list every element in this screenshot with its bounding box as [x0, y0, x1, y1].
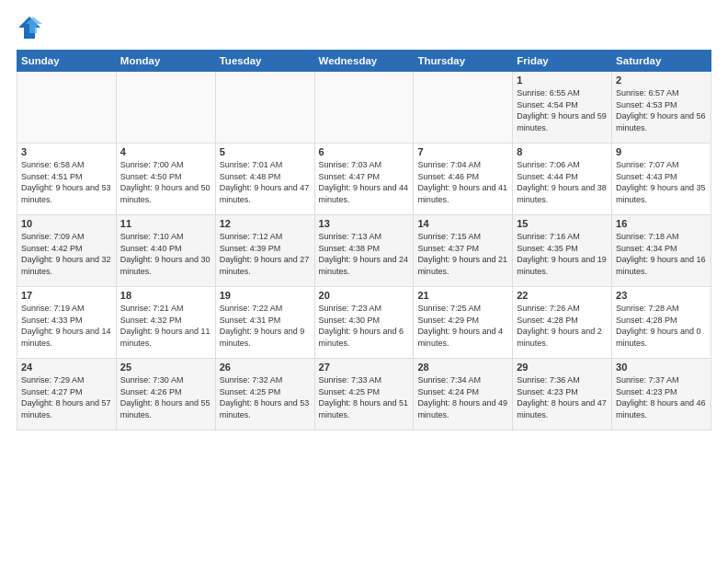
- day-info: Sunrise: 7:06 AMSunset: 4:44 PMDaylight:…: [517, 159, 608, 205]
- calendar-header-thursday: Thursday: [414, 51, 513, 72]
- calendar-header-tuesday: Tuesday: [215, 51, 314, 72]
- day-number: 13: [319, 218, 410, 229]
- day-number: 16: [616, 218, 707, 229]
- day-info: Sunrise: 6:58 AMSunset: 4:51 PMDaylight:…: [21, 159, 112, 205]
- day-info: Sunrise: 7:22 AMSunset: 4:31 PMDaylight:…: [220, 303, 311, 349]
- day-number: 19: [220, 290, 311, 301]
- day-info: Sunrise: 7:13 AMSunset: 4:38 PMDaylight:…: [319, 231, 410, 277]
- calendar-day-10: 10Sunrise: 7:09 AMSunset: 4:42 PMDayligh…: [17, 215, 117, 287]
- day-number: 10: [21, 218, 112, 229]
- day-number: 21: [417, 290, 508, 301]
- day-info: Sunrise: 7:37 AMSunset: 4:23 PMDaylight:…: [616, 374, 707, 420]
- calendar-empty: [314, 72, 414, 144]
- calendar-day-9: 9Sunrise: 7:07 AMSunset: 4:43 PMDaylight…: [612, 144, 711, 215]
- calendar-day-16: 16Sunrise: 7:18 AMSunset: 4:34 PMDayligh…: [612, 215, 711, 287]
- calendar-day-19: 19Sunrise: 7:22 AMSunset: 4:31 PMDayligh…: [215, 287, 314, 359]
- day-info: Sunrise: 7:15 AMSunset: 4:37 PMDaylight:…: [417, 231, 508, 277]
- calendar-week-row: 24Sunrise: 7:29 AMSunset: 4:27 PMDayligh…: [17, 359, 711, 431]
- calendar-header-monday: Monday: [116, 51, 215, 72]
- calendar-empty: [17, 72, 117, 144]
- calendar-day-20: 20Sunrise: 7:23 AMSunset: 4:30 PMDayligh…: [314, 287, 414, 359]
- day-info: Sunrise: 7:25 AMSunset: 4:29 PMDaylight:…: [417, 303, 508, 349]
- day-info: Sunrise: 7:21 AMSunset: 4:32 PMDaylight:…: [120, 303, 211, 349]
- calendar-day-30: 30Sunrise: 7:37 AMSunset: 4:23 PMDayligh…: [612, 359, 711, 431]
- day-info: Sunrise: 6:57 AMSunset: 4:53 PMDaylight:…: [616, 87, 707, 133]
- calendar-day-21: 21Sunrise: 7:25 AMSunset: 4:29 PMDayligh…: [414, 287, 513, 359]
- day-number: 11: [120, 218, 211, 229]
- calendar-empty: [215, 72, 314, 144]
- calendar-day-4: 4Sunrise: 7:00 AMSunset: 4:50 PMDaylight…: [116, 144, 215, 215]
- logo-icon: [17, 15, 42, 40]
- calendar-week-row: 17Sunrise: 7:19 AMSunset: 4:33 PMDayligh…: [17, 287, 711, 359]
- day-info: Sunrise: 7:32 AMSunset: 4:25 PMDaylight:…: [220, 374, 311, 420]
- day-number: 27: [319, 362, 410, 373]
- day-info: Sunrise: 7:12 AMSunset: 4:39 PMDaylight:…: [220, 231, 311, 277]
- day-number: 26: [220, 362, 311, 373]
- calendar-day-1: 1Sunrise: 6:55 AMSunset: 4:54 PMDaylight…: [513, 72, 612, 144]
- day-number: 12: [220, 218, 311, 229]
- calendar-header-wednesday: Wednesday: [314, 51, 414, 72]
- calendar-header-row: SundayMondayTuesdayWednesdayThursdayFrid…: [17, 51, 711, 72]
- calendar-table: SundayMondayTuesdayWednesdayThursdayFrid…: [17, 50, 711, 431]
- day-info: Sunrise: 7:19 AMSunset: 4:33 PMDaylight:…: [21, 303, 112, 349]
- day-info: Sunrise: 7:29 AMSunset: 4:27 PMDaylight:…: [21, 374, 112, 420]
- calendar-day-3: 3Sunrise: 6:58 AMSunset: 4:51 PMDaylight…: [17, 144, 117, 215]
- calendar-day-14: 14Sunrise: 7:15 AMSunset: 4:37 PMDayligh…: [414, 215, 513, 287]
- calendar-header-saturday: Saturday: [612, 51, 711, 72]
- header: [17, 15, 711, 40]
- day-info: Sunrise: 7:03 AMSunset: 4:47 PMDaylight:…: [319, 159, 410, 205]
- day-info: Sunrise: 7:34 AMSunset: 4:24 PMDaylight:…: [417, 374, 508, 420]
- calendar-week-row: 10Sunrise: 7:09 AMSunset: 4:42 PMDayligh…: [17, 215, 711, 287]
- calendar-day-8: 8Sunrise: 7:06 AMSunset: 4:44 PMDaylight…: [513, 144, 612, 215]
- calendar-header-friday: Friday: [513, 51, 612, 72]
- day-number: 1: [517, 75, 608, 86]
- day-info: Sunrise: 7:33 AMSunset: 4:25 PMDaylight:…: [319, 374, 410, 420]
- day-number: 7: [417, 146, 508, 157]
- calendar-day-13: 13Sunrise: 7:13 AMSunset: 4:38 PMDayligh…: [314, 215, 414, 287]
- calendar-empty: [414, 72, 513, 144]
- calendar-empty: [116, 72, 215, 144]
- day-info: Sunrise: 7:00 AMSunset: 4:50 PMDaylight:…: [120, 159, 211, 205]
- day-number: 9: [616, 146, 707, 157]
- calendar-day-15: 15Sunrise: 7:16 AMSunset: 4:35 PMDayligh…: [513, 215, 612, 287]
- day-info: Sunrise: 7:04 AMSunset: 4:46 PMDaylight:…: [417, 159, 508, 205]
- calendar-day-22: 22Sunrise: 7:26 AMSunset: 4:28 PMDayligh…: [513, 287, 612, 359]
- day-number: 8: [517, 146, 608, 157]
- day-info: Sunrise: 7:26 AMSunset: 4:28 PMDaylight:…: [517, 303, 608, 349]
- calendar-day-12: 12Sunrise: 7:12 AMSunset: 4:39 PMDayligh…: [215, 215, 314, 287]
- calendar-day-11: 11Sunrise: 7:10 AMSunset: 4:40 PMDayligh…: [116, 215, 215, 287]
- calendar-day-26: 26Sunrise: 7:32 AMSunset: 4:25 PMDayligh…: [215, 359, 314, 431]
- calendar-day-25: 25Sunrise: 7:30 AMSunset: 4:26 PMDayligh…: [116, 359, 215, 431]
- calendar-day-18: 18Sunrise: 7:21 AMSunset: 4:32 PMDayligh…: [116, 287, 215, 359]
- day-info: Sunrise: 7:01 AMSunset: 4:48 PMDaylight:…: [220, 159, 311, 205]
- day-number: 6: [319, 146, 410, 157]
- day-info: Sunrise: 7:36 AMSunset: 4:23 PMDaylight:…: [517, 374, 608, 420]
- calendar-day-6: 6Sunrise: 7:03 AMSunset: 4:47 PMDaylight…: [314, 144, 414, 215]
- day-info: Sunrise: 7:10 AMSunset: 4:40 PMDaylight:…: [120, 231, 211, 277]
- calendar-day-23: 23Sunrise: 7:28 AMSunset: 4:28 PMDayligh…: [612, 287, 711, 359]
- calendar-day-28: 28Sunrise: 7:34 AMSunset: 4:24 PMDayligh…: [414, 359, 513, 431]
- calendar-day-24: 24Sunrise: 7:29 AMSunset: 4:27 PMDayligh…: [17, 359, 117, 431]
- day-number: 18: [120, 290, 211, 301]
- day-number: 28: [417, 362, 508, 373]
- day-info: Sunrise: 7:07 AMSunset: 4:43 PMDaylight:…: [616, 159, 707, 205]
- day-number: 17: [21, 290, 112, 301]
- day-number: 20: [319, 290, 410, 301]
- day-number: 14: [417, 218, 508, 229]
- day-info: Sunrise: 7:09 AMSunset: 4:42 PMDaylight:…: [21, 231, 112, 277]
- calendar-day-27: 27Sunrise: 7:33 AMSunset: 4:25 PMDayligh…: [314, 359, 414, 431]
- day-number: 29: [517, 362, 608, 373]
- calendar-header-sunday: Sunday: [17, 51, 117, 72]
- day-number: 23: [616, 290, 707, 301]
- day-info: Sunrise: 7:23 AMSunset: 4:30 PMDaylight:…: [319, 303, 410, 349]
- day-info: Sunrise: 7:30 AMSunset: 4:26 PMDaylight:…: [120, 374, 211, 420]
- calendar-day-29: 29Sunrise: 7:36 AMSunset: 4:23 PMDayligh…: [513, 359, 612, 431]
- day-number: 24: [21, 362, 112, 373]
- day-number: 2: [616, 75, 707, 86]
- page: SundayMondayTuesdayWednesdayThursdayFrid…: [0, 0, 728, 563]
- calendar-day-17: 17Sunrise: 7:19 AMSunset: 4:33 PMDayligh…: [17, 287, 117, 359]
- day-number: 15: [517, 218, 608, 229]
- calendar-day-5: 5Sunrise: 7:01 AMSunset: 4:48 PMDaylight…: [215, 144, 314, 215]
- day-number: 5: [220, 146, 311, 157]
- day-number: 3: [21, 146, 112, 157]
